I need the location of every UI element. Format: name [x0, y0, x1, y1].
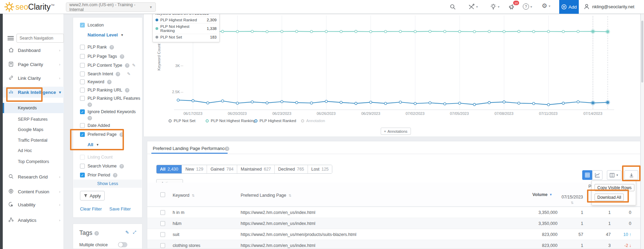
hamburger-icon[interactable]	[8, 36, 14, 42]
table-row[interactable]: h in m https://www2.hm.com/en_us/index.h…	[147, 207, 641, 218]
filter-location[interactable]: ✓Location	[80, 23, 104, 28]
search-icon[interactable]	[450, 4, 456, 10]
show-less-bar[interactable]: Show Less	[73, 180, 142, 188]
sort-icon[interactable]: ⇅	[559, 201, 586, 205]
checkbox[interactable]	[80, 63, 85, 68]
copy-visible-rows-item[interactable]: Copy Visible Rows	[595, 184, 634, 191]
sidebar-item-dashboard[interactable]: Dashboard›	[3, 45, 64, 56]
edit-pencil-icon[interactable]: ✎	[132, 63, 136, 68]
checkbox-checked[interactable]: ✓	[80, 109, 85, 114]
scrollbar-thumb[interactable]	[641, 21, 643, 83]
plp-url-link[interactable]: https://www2.hm.com/en_us/index.html	[241, 240, 315, 249]
filter-ignore-deleted-keywords[interactable]: ✓Ignore Deleted Keywords	[80, 109, 136, 114]
table-row[interactable]: suit https://www2.hm.com/en_us/men/produ…	[147, 229, 641, 240]
row-checkbox[interactable]	[160, 210, 165, 215]
filter-prior-period[interactable]: ✓Prior Period?	[80, 173, 117, 177]
column-header-keyword[interactable]: Keyword⇅	[173, 193, 195, 198]
settings-menu[interactable]: ⚙ ▾	[542, 3, 550, 9]
plp-url-link[interactable]: https://www2.hm.com/en_us/index.html	[241, 207, 315, 218]
checkbox[interactable]	[80, 164, 85, 169]
clear-filter-link[interactable]: Clear Filter	[80, 206, 102, 212]
filter-keyword[interactable]: Keyword?	[80, 79, 112, 84]
row-checkbox[interactable]	[160, 232, 165, 237]
legend-plp-not-set[interactable]: PLP Not Set	[169, 119, 195, 123]
search-navigation-input[interactable]	[16, 34, 64, 43]
chip-gained[interactable]: Gained784	[207, 165, 237, 173]
sidebar-item-analytics[interactable]: Analytics›	[3, 215, 64, 226]
filter-plp-content-type[interactable]: PLP Content Type?✎	[80, 63, 136, 68]
filter-plp-page-tags[interactable]: PLP Page Tags?	[80, 54, 124, 59]
edit-pencil-icon[interactable]: ✎	[127, 72, 130, 76]
national-level-dropdown[interactable]: National Level▼	[88, 32, 124, 37]
download-button[interactable]	[624, 170, 638, 180]
apply-button[interactable]: Apply	[80, 191, 105, 201]
sort-icon[interactable]: ⇅	[192, 194, 195, 197]
column-header-volume[interactable]: Volume▼	[518, 192, 552, 197]
checkbox[interactable]	[80, 79, 85, 84]
idea-menu[interactable]: ▾	[490, 3, 499, 10]
sidebar-item-link-clarity[interactable]: Link Clarity›	[3, 73, 64, 84]
sidebar-subitem-ad-hoc[interactable]: Ad Hoc	[3, 145, 64, 156]
checkbox[interactable]	[80, 96, 85, 101]
table-row[interactable]: h&m https://www2.hm.com/en_us/index.html…	[147, 218, 641, 229]
sidebar-subitem-serp-features[interactable]: SERP Features	[3, 114, 64, 124]
plp-url-link[interactable]: https://www2.hm.com/en_us/index.html	[241, 218, 315, 229]
sidebar-item-research-grid[interactable]: Research Grid›	[3, 171, 64, 182]
sidebar-item-content-fusion[interactable]: Content Fusion›	[3, 186, 64, 197]
save-filter-link[interactable]: Save Filter	[110, 206, 131, 212]
chip-all[interactable]: All2,430	[157, 165, 182, 173]
chip-lost[interactable]: Lost125	[308, 165, 332, 173]
keyword-link[interactable]: suit	[173, 229, 179, 240]
annotations-button[interactable]: ▾Annotations	[381, 128, 411, 135]
legend-annotation[interactable]: Annotation	[301, 119, 325, 123]
legend-plp-highest-ranked[interactable]: PLP Highest Ranked	[254, 119, 296, 123]
help-menu[interactable]: ? ▾	[523, 3, 532, 10]
checkbox[interactable]	[80, 45, 85, 50]
project-selector[interactable]: www2.hm.com (US-en) - Training - Interna…	[66, 2, 156, 12]
user-account[interactable]: nkling@seoclarity.net	[584, 3, 634, 10]
download-all-item[interactable]: Download All	[595, 194, 624, 201]
multiple-choice-toggle[interactable]	[118, 242, 127, 247]
chip-new[interactable]: New129	[182, 165, 207, 173]
sidebar-subitem-google-maps[interactable]: Google Maps	[3, 124, 64, 135]
filter-date-added[interactable]: Date Added	[80, 123, 110, 128]
keyword-link[interactable]: h&m	[173, 218, 182, 229]
sidebar-subitem-top-competitors[interactable]: Top Competitors	[3, 156, 64, 167]
checkbox[interactable]	[80, 72, 85, 76]
tab-preferred-landing-page-performance[interactable]: Preferred Landing Page Performance	[153, 146, 227, 151]
row-checkbox[interactable]	[160, 243, 165, 248]
collapse-icon[interactable]: ⤢	[133, 230, 136, 235]
seoclarity-logo[interactable]: seoClarityTM	[4, 2, 54, 12]
select-all-checkbox[interactable]	[160, 192, 165, 197]
plp-url-link[interactable]: https://www2.hm.com/en_us/men/products/s…	[241, 229, 356, 240]
edit-pencil-icon[interactable]: ✎	[125, 230, 129, 235]
row-checkbox[interactable]	[160, 221, 165, 226]
grid-view-button[interactable]	[582, 170, 593, 180]
sidebar-item-page-clarity[interactable]: Page Clarity›	[3, 59, 64, 70]
table-row[interactable]: clothing stores https://www2.hm.com/en_u…	[147, 240, 641, 249]
checkbox[interactable]	[80, 88, 85, 93]
sort-icon[interactable]: ⇅	[289, 194, 291, 197]
checkbox-checked[interactable]: ✓	[80, 173, 85, 177]
checkbox[interactable]	[80, 54, 85, 59]
chip-declined[interactable]: Declined765	[274, 165, 308, 173]
sidebar-subitem-traffic-potential[interactable]: Traffic Potential	[3, 135, 64, 145]
column-header-plp[interactable]: Preferred Landing Page⇅	[241, 193, 291, 198]
filter-search-volume[interactable]: Search Volume?	[80, 164, 124, 169]
keyword-link[interactable]: clothing stores	[173, 240, 200, 249]
keyword-link[interactable]: h in m	[173, 207, 184, 218]
filter-search-intent[interactable]: Search Intent?✎	[80, 72, 130, 76]
columns-button[interactable]: ▼	[607, 170, 621, 180]
tools-menu[interactable]: ▾	[468, 3, 478, 10]
preferred-page-dropdown[interactable]: All▼	[88, 142, 99, 147]
column-header-date[interactable]: 07/15/2023⇅	[559, 194, 586, 205]
checkbox[interactable]	[80, 123, 85, 128]
add-button[interactable]: Add	[559, 0, 579, 14]
chart-view-button[interactable]	[592, 170, 602, 180]
checkbox-checked[interactable]: ✓	[80, 23, 85, 28]
legend-plp-not-highest-ranking[interactable]: PLP Not Highest Ranking	[206, 119, 255, 123]
filter-plp-ranking-url[interactable]: PLP Ranking URL?	[80, 88, 129, 93]
checkbox-checked[interactable]: ✓	[80, 132, 85, 137]
filter-plp-ranking-url-features[interactable]: PLP Ranking URL Features	[80, 96, 140, 101]
filter-plp-rank[interactable]: PLP Rank?	[80, 45, 114, 50]
